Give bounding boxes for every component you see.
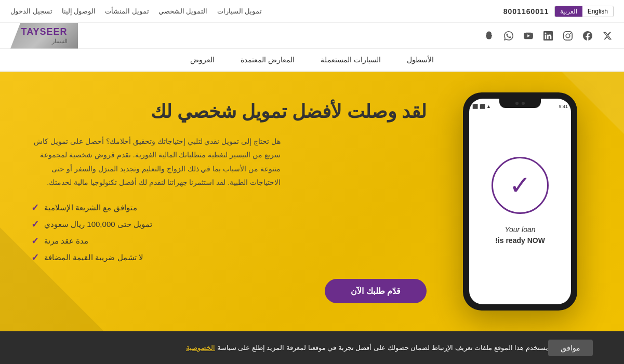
main-nav: TAYSEER التيسار	[0, 23, 624, 49]
phone-loan-line1: Your loan	[495, 224, 545, 235]
phone-time: 9:41	[559, 104, 568, 109]
phone-loan-line2: is ready NOW!	[495, 235, 545, 246]
lang-switcher[interactable]: English العربية	[554, 6, 614, 17]
whatsapp-icon[interactable]	[502, 30, 515, 42]
hero-features-list: متوافق مع الشريعة الإسلامية ✓ تمويل حتى …	[31, 202, 427, 263]
phone-checkmark-icon: ✓	[509, 172, 531, 198]
phone-loan-text: Your loan is ready NOW!	[495, 224, 545, 246]
feature-2-text: تمويل حتى 100,000 ريال سعودي	[44, 220, 152, 229]
feature-3-text: مدة عقد مرنة	[44, 236, 88, 246]
business-finance-link[interactable]: تمويل المنشأت	[105, 7, 149, 15]
notch-dot2	[515, 102, 519, 105]
logo-text-ar: التيسار	[21, 38, 67, 45]
linkedin-icon[interactable]	[542, 30, 554, 42]
phone-screen: 9:41 ▲ ⬛ ⬛ ✓ Your loan is ready NOW!	[469, 99, 571, 304]
sec-nav-offers[interactable]: العروض	[190, 49, 215, 71]
check-icon-1: ✓	[31, 202, 39, 213]
top-bar-right: تمويل السيارات التمويل الشخصي تمويل المن…	[10, 7, 262, 15]
secondary-nav: الأسطول السيارات المستعملة المعارض المعت…	[0, 49, 624, 72]
notch-dot	[522, 102, 525, 105]
twitter-icon[interactable]	[601, 30, 614, 42]
cookie-banner: موافق يستخدم هذا الموقع ملفات تعريف الإر…	[0, 331, 624, 364]
top-bar-left: English العربية 8001160011	[503, 6, 614, 17]
hero-title: لقد وصلت لأفضل تمويل شخصي لك	[31, 100, 427, 124]
login-link[interactable]: تسجيل الدخول	[10, 7, 52, 15]
check-icon-2: ✓	[31, 219, 39, 230]
feature-4-text: لا تشمل ضريبة القيمة المضافة	[44, 253, 143, 262]
facebook-icon[interactable]	[581, 30, 594, 42]
feature-3: مدة عقد مرنة ✓	[31, 235, 427, 247]
phone-mockup: 9:41 ▲ ⬛ ⬛ ✓ Your loan is ready NOW!	[447, 92, 593, 311]
feature-2: تمويل حتى 100,000 ريال سعودي ✓	[31, 219, 427, 230]
hero-content: 9:41 ▲ ⬛ ⬛ ✓ Your loan is ready NOW! لقد…	[31, 92, 593, 311]
sec-nav-installments[interactable]: الأسطول	[407, 49, 434, 71]
logo-text: TAYSEER	[21, 26, 67, 38]
sec-nav-used-cars[interactable]: السيارات المستعملة	[321, 49, 381, 71]
lang-arabic-btn[interactable]: العربية	[555, 6, 582, 17]
phone-signal: ▲ ⬛ ⬛	[472, 104, 491, 109]
cookie-privacy-link[interactable]: الخصوصية	[186, 344, 215, 352]
top-bar: English العربية 8001160011 تمويل السيارا…	[0, 0, 624, 23]
phone-number: 8001160011	[503, 7, 549, 16]
cta-button[interactable]: قدّم طلبك الآن	[325, 279, 427, 303]
instagram-icon[interactable]	[562, 30, 574, 42]
phone-outer: 9:41 ▲ ⬛ ⬛ ✓ Your loan is ready NOW!	[463, 92, 577, 311]
social-icons	[483, 30, 614, 42]
logo-area[interactable]: TAYSEER التيسار	[10, 23, 78, 49]
cookie-text: يستخدم هذا الموقع ملفات تعريف الإرتباط ل…	[21, 343, 548, 354]
personal-finance-link[interactable]: التمويل الشخصي	[158, 7, 208, 15]
phone-notch	[499, 99, 541, 108]
sec-nav-showrooms[interactable]: المعارض المعتمدة	[241, 49, 295, 71]
phone-circle: ✓	[492, 157, 549, 214]
youtube-icon[interactable]	[522, 30, 535, 42]
feature-1-text: متوافق مع الشريعة الإسلامية	[44, 203, 137, 212]
car-finance-link[interactable]: تمويل السيارات	[217, 7, 262, 15]
feature-4: لا تشمل ضريبة القيمة المضافة ✓	[31, 252, 427, 263]
logo-box: TAYSEER التيسار	[10, 23, 78, 49]
access-link[interactable]: الوصول إلينا	[62, 7, 96, 15]
cookie-accept-button[interactable]: موافق	[548, 340, 593, 356]
hero-text: لقد وصلت لأفضل تمويل شخصي لك هل تحتاج إل…	[31, 100, 427, 303]
lang-english-btn[interactable]: English	[582, 6, 613, 17]
hero-description: هل تحتاج إلى تمويل نقدي لتلبي إحتياجاتك …	[31, 134, 281, 190]
snapchat-icon[interactable]	[483, 30, 495, 42]
check-icon-3: ✓	[31, 235, 39, 247]
cookie-message: يستخدم هذا الموقع ملفات تعريف الإرتباط ل…	[217, 344, 548, 352]
feature-1: متوافق مع الشريعة الإسلامية ✓	[31, 202, 427, 213]
hero-section: 9:41 ▲ ⬛ ⬛ ✓ Your loan is ready NOW! لقد…	[0, 72, 624, 331]
